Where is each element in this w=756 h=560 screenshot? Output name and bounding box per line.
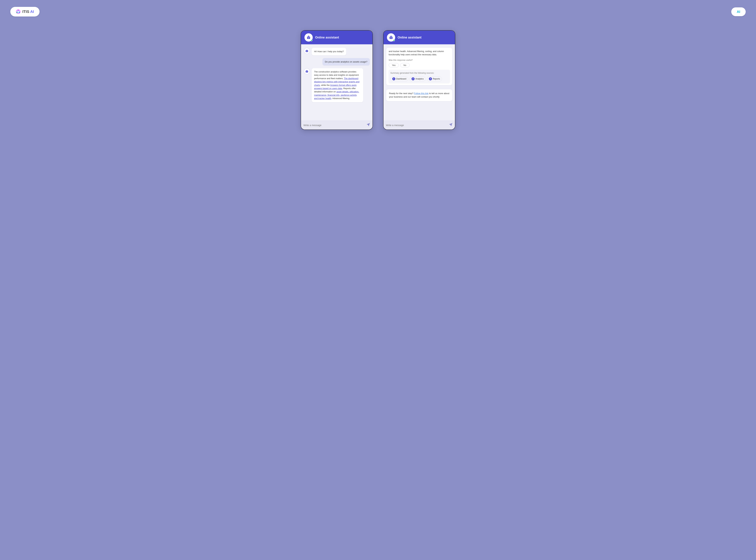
bot-avatar-1 bbox=[304, 33, 313, 42]
followup-bubble: Ready for the next step? Follow this lin… bbox=[386, 89, 452, 101]
svg-point-10 bbox=[308, 36, 309, 36]
svg-marker-30 bbox=[449, 123, 452, 126]
svg-rect-11 bbox=[306, 50, 308, 52]
source-num-2: 2 bbox=[412, 77, 415, 80]
source-label-reports: Reports bbox=[433, 77, 440, 81]
source-label-analytics: Analytics bbox=[415, 77, 424, 81]
sources-section: Summary generated from the following sou… bbox=[389, 70, 450, 83]
svg-marker-22 bbox=[367, 123, 370, 126]
phone-2-message-input[interactable] bbox=[386, 124, 447, 126]
followup-text: Ready for the next step? bbox=[389, 92, 414, 95]
logo-ai: AI bbox=[30, 9, 34, 14]
svg-rect-8 bbox=[308, 38, 309, 39]
source-tags: 1 Dashboard 2 Analytics 3 Reports bbox=[390, 77, 448, 81]
phone-2-input-row bbox=[383, 121, 455, 129]
svg-rect-13 bbox=[307, 51, 307, 51]
source-tag-reports[interactable]: 3 Reports bbox=[427, 77, 442, 81]
msg-bot-avatar-1 bbox=[304, 48, 310, 54]
svg-rect-25 bbox=[392, 37, 392, 38]
phone-2: Online assistant and tracker health. Adv… bbox=[383, 30, 455, 130]
online-dot-1 bbox=[311, 40, 312, 41]
source-tag-dashboard[interactable]: 1 Dashboard bbox=[390, 77, 408, 81]
svg-rect-26 bbox=[391, 38, 392, 39]
phone-2-send-icon[interactable] bbox=[449, 123, 453, 127]
svg-rect-23 bbox=[390, 37, 393, 39]
svg-rect-7 bbox=[309, 37, 310, 38]
svg-rect-16 bbox=[306, 71, 308, 73]
svg-rect-6 bbox=[308, 37, 309, 38]
msg-bubble-greeting: Hi! How can I help you today? bbox=[312, 48, 346, 55]
bot-icon-1 bbox=[306, 35, 311, 40]
sources-label: Summary generated from the following sou… bbox=[390, 72, 448, 75]
bot-icon-2 bbox=[389, 35, 394, 40]
msg-bubble-answer: The construction analytics software prov… bbox=[312, 68, 363, 102]
link-reports[interactable]: asset details, utilization, maintenance,… bbox=[314, 91, 359, 100]
svg-rect-15 bbox=[307, 49, 307, 50]
phone-1-chat-body[interactable]: Hi! How can I help you today? Do you pro… bbox=[301, 44, 373, 121]
msg-bot-greeting: Hi! How can I help you today? bbox=[304, 48, 370, 55]
phone-1-header: Online assistant bbox=[301, 31, 373, 44]
greeting-text: Hi! How can I help you today? bbox=[314, 50, 344, 53]
phone-2-header: Online assistant bbox=[383, 31, 455, 44]
svg-point-3 bbox=[19, 12, 20, 13]
msg-user-query: Do you provide analytics on assets usage… bbox=[304, 58, 370, 66]
bot-mini-icon bbox=[305, 49, 309, 53]
source-num-3: 3 bbox=[429, 77, 432, 80]
svg-point-1 bbox=[17, 11, 19, 13]
logo-pill: ITIS AI bbox=[10, 7, 40, 17]
link-answers[interactable]: Answers format offers quick answers base… bbox=[314, 84, 357, 90]
source-tag-analytics[interactable]: 2 Analytics bbox=[410, 77, 425, 81]
feedback-section: Was this response useful? Yes No bbox=[389, 59, 450, 67]
phone-1-input-row bbox=[301, 121, 373, 129]
bot-avatar-2 bbox=[387, 33, 395, 42]
svg-rect-18 bbox=[307, 71, 307, 72]
svg-point-28 bbox=[391, 36, 392, 36]
phone-1-title: Online assistant bbox=[315, 36, 339, 39]
ai-badge: AI bbox=[731, 7, 746, 16]
continuation-text: and tracker health. Advanced filtering, … bbox=[389, 50, 444, 56]
svg-rect-20 bbox=[307, 70, 307, 71]
logo-itis: ITIS bbox=[22, 9, 30, 14]
online-dot-2 bbox=[393, 40, 395, 41]
phones-row: Online assistant Hi! How can I help you … bbox=[301, 30, 455, 130]
msg-bot-answer: The construction analytics software prov… bbox=[304, 68, 370, 102]
msg-bot-avatar-2 bbox=[304, 68, 310, 74]
feedback-yes-button[interactable]: Yes bbox=[389, 63, 399, 67]
feedback-label: Was this response useful? bbox=[389, 59, 450, 62]
feedback-no-button[interactable]: No bbox=[400, 63, 410, 67]
phone-1-send-icon[interactable] bbox=[366, 123, 370, 127]
phone-2-chat-body[interactable]: and tracker health. Advanced filtering, … bbox=[383, 44, 455, 121]
source-num-1: 1 bbox=[392, 77, 395, 80]
msg-bubble-user: Do you provide analytics on assets usage… bbox=[322, 58, 370, 66]
bot-mini-icon-2 bbox=[305, 69, 309, 73]
svg-rect-24 bbox=[390, 37, 391, 38]
logo-text: ITIS AI bbox=[22, 9, 34, 14]
phone-2-title: Online assistant bbox=[398, 36, 421, 39]
phone-1: Online assistant Hi! How can I help you … bbox=[301, 30, 373, 130]
logo-icon bbox=[16, 9, 21, 14]
phone-1-message-input[interactable] bbox=[303, 124, 365, 126]
svg-rect-5 bbox=[307, 37, 310, 39]
user-query-text: Do you provide analytics on assets usage… bbox=[325, 60, 367, 63]
source-label-dashboard: Dashboard bbox=[396, 77, 406, 81]
followup-link[interactable]: Follow this link bbox=[414, 92, 429, 95]
svg-rect-12 bbox=[306, 51, 307, 51]
feedback-buttons: Yes No bbox=[389, 63, 450, 67]
msg-continuation: and tracker health. Advanced filtering, … bbox=[386, 48, 452, 85]
svg-rect-17 bbox=[306, 71, 307, 72]
top-bar: ITIS AI AI bbox=[10, 7, 746, 17]
svg-point-2 bbox=[18, 10, 19, 11]
svg-point-4 bbox=[17, 12, 17, 13]
